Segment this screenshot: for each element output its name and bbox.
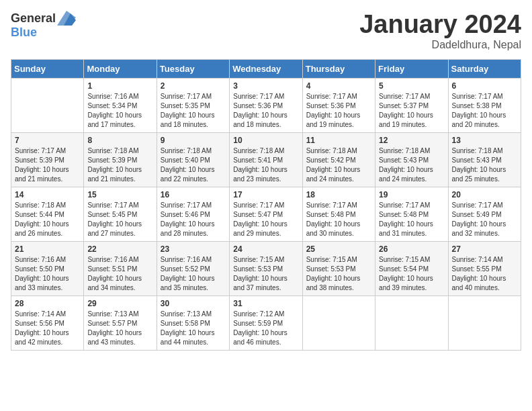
calendar-cell <box>375 295 448 350</box>
day-info: Sunrise: 7:17 AMSunset: 5:38 PMDaylight:… <box>452 92 517 130</box>
day-info: Sunrise: 7:15 AMSunset: 5:53 PMDaylight:… <box>306 255 371 293</box>
calendar-cell <box>11 78 84 132</box>
calendar-cell: 16Sunrise: 7:17 AMSunset: 5:46 PMDayligh… <box>157 187 229 241</box>
weekday-header-friday: Friday <box>375 59 448 78</box>
calendar-cell: 1Sunrise: 7:16 AMSunset: 5:34 PMDaylight… <box>84 78 157 132</box>
day-number: 20 <box>452 190 517 199</box>
day-number: 16 <box>161 190 226 199</box>
day-info: Sunrise: 7:16 AMSunset: 5:51 PMDaylight:… <box>87 255 152 293</box>
calendar-cell: 8Sunrise: 7:18 AMSunset: 5:39 PMDaylight… <box>84 132 157 187</box>
day-info: Sunrise: 7:13 AMSunset: 5:58 PMDaylight:… <box>161 310 226 347</box>
calendar-cell: 7Sunrise: 7:17 AMSunset: 5:39 PMDaylight… <box>11 132 84 187</box>
title-area: January 2024 Dadeldhura, Nepal <box>359 11 521 51</box>
day-number: 15 <box>87 190 152 199</box>
weekday-header-monday: Monday <box>84 59 157 78</box>
day-info: Sunrise: 7:17 AMSunset: 5:49 PMDaylight:… <box>452 201 517 238</box>
day-info: Sunrise: 7:18 AMSunset: 5:41 PMDaylight:… <box>233 146 298 184</box>
day-number: 2 <box>161 81 226 91</box>
calendar-cell <box>448 295 521 350</box>
day-info: Sunrise: 7:14 AMSunset: 5:55 PMDaylight:… <box>452 255 517 293</box>
calendar-cell: 30Sunrise: 7:13 AMSunset: 5:58 PMDayligh… <box>157 295 229 350</box>
day-number: 18 <box>306 190 371 199</box>
day-number: 10 <box>233 136 298 145</box>
day-number: 19 <box>379 190 444 199</box>
calendar-cell: 6Sunrise: 7:17 AMSunset: 5:38 PMDaylight… <box>448 78 521 132</box>
day-info: Sunrise: 7:17 AMSunset: 5:37 PMDaylight:… <box>379 92 444 130</box>
calendar-cell: 21Sunrise: 7:16 AMSunset: 5:50 PMDayligh… <box>11 241 84 295</box>
calendar-cell: 2Sunrise: 7:17 AMSunset: 5:35 PMDaylight… <box>157 78 229 132</box>
day-info: Sunrise: 7:16 AMSunset: 5:50 PMDaylight:… <box>15 255 80 293</box>
day-number: 29 <box>87 299 152 308</box>
day-number: 7 <box>15 136 80 145</box>
weekday-header-sunday: Sunday <box>11 59 84 78</box>
day-number: 14 <box>15 190 80 199</box>
calendar-cell: 29Sunrise: 7:13 AMSunset: 5:57 PMDayligh… <box>84 295 157 350</box>
logo-blue-text: Blue <box>11 26 37 39</box>
calendar-cell: 25Sunrise: 7:15 AMSunset: 5:53 PMDayligh… <box>302 241 375 295</box>
logo: General Blue <box>11 11 76 40</box>
day-number: 26 <box>379 244 444 254</box>
calendar-cell <box>302 295 375 350</box>
day-info: Sunrise: 7:17 AMSunset: 5:46 PMDaylight:… <box>161 201 226 238</box>
day-number: 3 <box>233 81 298 91</box>
day-number: 22 <box>87 244 152 254</box>
day-number: 24 <box>233 244 298 254</box>
day-info: Sunrise: 7:18 AMSunset: 5:39 PMDaylight:… <box>87 146 152 184</box>
day-info: Sunrise: 7:17 AMSunset: 5:48 PMDaylight:… <box>306 201 371 238</box>
day-info: Sunrise: 7:17 AMSunset: 5:36 PMDaylight:… <box>306 92 371 130</box>
day-info: Sunrise: 7:17 AMSunset: 5:45 PMDaylight:… <box>87 201 152 238</box>
weekday-header-saturday: Saturday <box>448 59 521 78</box>
day-info: Sunrise: 7:17 AMSunset: 5:47 PMDaylight:… <box>233 201 298 238</box>
calendar-cell: 9Sunrise: 7:18 AMSunset: 5:40 PMDaylight… <box>157 132 229 187</box>
day-number: 17 <box>233 190 298 199</box>
day-number: 9 <box>161 136 226 145</box>
calendar-cell: 27Sunrise: 7:14 AMSunset: 5:55 PMDayligh… <box>448 241 521 295</box>
day-info: Sunrise: 7:15 AMSunset: 5:54 PMDaylight:… <box>379 255 444 293</box>
day-info: Sunrise: 7:18 AMSunset: 5:42 PMDaylight:… <box>306 146 371 184</box>
calendar-cell: 28Sunrise: 7:14 AMSunset: 5:56 PMDayligh… <box>11 295 84 350</box>
day-info: Sunrise: 7:14 AMSunset: 5:56 PMDaylight:… <box>15 310 80 347</box>
calendar-cell: 18Sunrise: 7:17 AMSunset: 5:48 PMDayligh… <box>302 187 375 241</box>
day-info: Sunrise: 7:13 AMSunset: 5:57 PMDaylight:… <box>87 310 152 347</box>
day-info: Sunrise: 7:17 AMSunset: 5:39 PMDaylight:… <box>15 146 80 184</box>
day-info: Sunrise: 7:18 AMSunset: 5:40 PMDaylight:… <box>161 146 226 184</box>
day-number: 31 <box>233 299 298 308</box>
calendar-cell: 5Sunrise: 7:17 AMSunset: 5:37 PMDaylight… <box>375 78 448 132</box>
day-info: Sunrise: 7:17 AMSunset: 5:48 PMDaylight:… <box>379 201 444 238</box>
calendar-cell: 13Sunrise: 7:18 AMSunset: 5:43 PMDayligh… <box>448 132 521 187</box>
calendar-cell: 17Sunrise: 7:17 AMSunset: 5:47 PMDayligh… <box>230 187 302 241</box>
calendar-cell: 31Sunrise: 7:12 AMSunset: 5:59 PMDayligh… <box>230 295 302 350</box>
calendar-cell: 23Sunrise: 7:16 AMSunset: 5:52 PMDayligh… <box>157 241 229 295</box>
day-info: Sunrise: 7:16 AMSunset: 5:34 PMDaylight:… <box>87 92 152 130</box>
calendar-cell: 15Sunrise: 7:17 AMSunset: 5:45 PMDayligh… <box>84 187 157 241</box>
weekday-header-tuesday: Tuesday <box>157 59 229 78</box>
day-info: Sunrise: 7:17 AMSunset: 5:35 PMDaylight:… <box>161 92 226 130</box>
calendar-cell: 26Sunrise: 7:15 AMSunset: 5:54 PMDayligh… <box>375 241 448 295</box>
day-number: 6 <box>452 81 517 91</box>
calendar-cell: 12Sunrise: 7:18 AMSunset: 5:43 PMDayligh… <box>375 132 448 187</box>
day-number: 1 <box>87 81 152 91</box>
day-info: Sunrise: 7:16 AMSunset: 5:52 PMDaylight:… <box>161 255 226 293</box>
day-number: 11 <box>306 136 371 145</box>
calendar-cell: 4Sunrise: 7:17 AMSunset: 5:36 PMDaylight… <box>302 78 375 132</box>
calendar-cell: 14Sunrise: 7:18 AMSunset: 5:44 PMDayligh… <box>11 187 84 241</box>
calendar-cell: 20Sunrise: 7:17 AMSunset: 5:49 PMDayligh… <box>448 187 521 241</box>
logo-general-text: General <box>11 11 56 26</box>
day-number: 12 <box>379 136 444 145</box>
day-info: Sunrise: 7:18 AMSunset: 5:43 PMDaylight:… <box>452 146 517 184</box>
month-title: January 2024 <box>359 11 521 39</box>
calendar-cell: 24Sunrise: 7:15 AMSunset: 5:53 PMDayligh… <box>230 241 302 295</box>
day-number: 27 <box>452 244 517 254</box>
day-number: 23 <box>161 244 226 254</box>
calendar-cell: 3Sunrise: 7:17 AMSunset: 5:36 PMDaylight… <box>230 78 302 132</box>
day-number: 28 <box>15 299 80 308</box>
day-info: Sunrise: 7:18 AMSunset: 5:43 PMDaylight:… <box>379 146 444 184</box>
calendar-cell: 10Sunrise: 7:18 AMSunset: 5:41 PMDayligh… <box>230 132 302 187</box>
day-number: 21 <box>15 244 80 254</box>
day-info: Sunrise: 7:17 AMSunset: 5:36 PMDaylight:… <box>233 92 298 130</box>
day-info: Sunrise: 7:15 AMSunset: 5:53 PMDaylight:… <box>233 255 298 293</box>
weekday-header-thursday: Thursday <box>302 59 375 78</box>
header: General Blue January 2024 Dadeldhura, Ne… <box>11 11 521 51</box>
day-info: Sunrise: 7:12 AMSunset: 5:59 PMDaylight:… <box>233 310 298 347</box>
day-number: 8 <box>87 136 152 145</box>
